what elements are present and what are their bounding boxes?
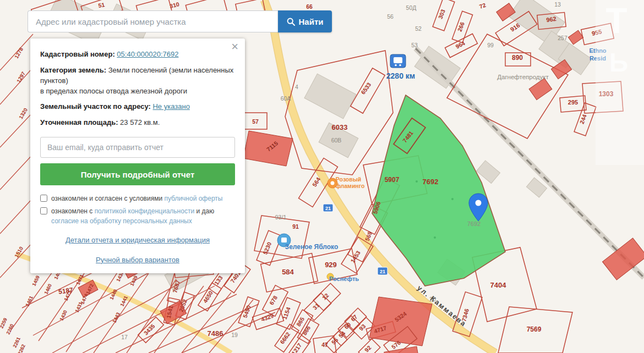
land-category-row: Категория земель: Земли поселений (земли… xyxy=(40,65,235,97)
privacy-checkbox[interactable] xyxy=(40,207,47,214)
map-label-60А: 60А xyxy=(281,95,291,102)
watermark: Т Ь xyxy=(596,0,644,165)
search-icon xyxy=(287,18,295,26)
svg-text:21: 21 xyxy=(325,206,331,211)
map-label-91: 91 xyxy=(292,223,299,230)
railway-icon xyxy=(390,54,406,68)
cadastral-map-app: 513106650Д565253137230326696491699962955… xyxy=(0,0,644,353)
area-row: Уточненная площадь: 23 572 кв.м. xyxy=(40,118,235,128)
land-category-extra: в пределах полосы отвода железной дороги xyxy=(40,87,187,95)
map-label-7486: 7486 xyxy=(208,329,223,338)
cadastral-number-link[interactable]: 05:40:000020:7692 xyxy=(117,50,178,58)
map-label-257: 257 xyxy=(558,35,567,41)
map-label-4: 4 xyxy=(295,84,298,90)
svg-text:21: 21 xyxy=(380,269,385,274)
route-shield-icon: 21 xyxy=(323,204,333,212)
map-label-Розовый: Розовый xyxy=(336,176,361,183)
manual-select-link[interactable]: Ручной выбор вариантов xyxy=(96,256,179,264)
get-report-button[interactable]: Получить подробный отчет xyxy=(40,163,235,185)
map-label-13: 13 xyxy=(554,1,561,8)
address-label: Земельный участок по адресу: xyxy=(40,102,151,111)
map-label-5907: 5907 xyxy=(385,176,400,184)
map-label-53: 53 xyxy=(411,42,418,48)
map-label-57: 57 xyxy=(252,118,259,125)
map-label-51: 51 xyxy=(98,1,106,9)
address-link[interactable]: Не указано xyxy=(152,102,189,111)
report-details-link[interactable]: Детали отчета и юридическая информация xyxy=(66,236,210,244)
map-label-962: 962 xyxy=(546,15,557,23)
map-label-890: 890 xyxy=(512,54,523,62)
search-input[interactable] xyxy=(28,10,278,32)
map-label-295: 295 xyxy=(568,99,578,106)
email-input[interactable] xyxy=(40,137,235,158)
search-button[interactable]: Найти xyxy=(278,10,332,32)
map-label-7692: 7692 xyxy=(423,178,439,186)
parcel-info-panel: × Кадастровый номер: 05:40:000020:7692 К… xyxy=(30,38,245,273)
svg-text:Ь: Ь xyxy=(609,48,629,77)
close-icon[interactable]: × xyxy=(231,41,238,53)
map-label-Зеленое Яблоко: Зеленое Яблоко xyxy=(285,243,339,251)
map-label-93/1: 93/1 xyxy=(275,214,287,220)
land-category-label: Категория земель: xyxy=(40,66,106,74)
map-label-50Д: 50Д xyxy=(406,4,417,11)
map-label-66: 66 xyxy=(306,3,313,10)
map-label-929: 929 xyxy=(325,261,337,269)
map-label-19: 19 xyxy=(231,332,238,338)
report-details-row: Детали отчета и юридическая информация xyxy=(40,235,235,246)
route-shield-icon: 21 xyxy=(378,267,388,275)
checkbox-inline-link[interactable]: согласие на обработку персональных данны… xyxy=(51,217,192,225)
checkbox-inline-link[interactable]: политикой конфиденциальности xyxy=(95,207,194,215)
map-label-584: 584 xyxy=(282,268,294,276)
map-label-7404: 7404 xyxy=(490,281,507,289)
map-label-2280 км: 2280 км xyxy=(386,71,415,80)
offer-checkbox-row: ознакомлен и согласен с условиями публич… xyxy=(40,194,235,203)
offer-checkbox[interactable] xyxy=(40,195,47,202)
checkbox-inline-link[interactable]: публичной оферты xyxy=(164,195,222,202)
cadastral-number-row: Кадастровый номер: 05:40:000020:7692 xyxy=(40,49,235,60)
svg-text:Т: Т xyxy=(605,1,627,41)
manual-select-row: Ручной выбор вариантов xyxy=(40,255,235,266)
map-label-6033: 6033 xyxy=(332,123,348,131)
map-label-17: 17 xyxy=(121,334,128,340)
map-label-фламинго: фламинго xyxy=(336,183,365,189)
map-label-99: 99 xyxy=(487,42,494,48)
map-label-Дагнефтепродукт: Дагнефтепродукт xyxy=(497,74,549,80)
area-value: 23 572 кв.м. xyxy=(120,118,160,126)
checkbox-text: ознакомлен с xyxy=(51,207,95,215)
search-bar: Найти xyxy=(28,10,332,32)
cadastral-number-label: Кадастровый номер: xyxy=(40,50,115,58)
map-label-7569: 7569 xyxy=(527,326,542,333)
privacy-checkbox-label: ознакомлен с политикой конфиденциальност… xyxy=(51,206,235,226)
area-label: Уточненная площадь: xyxy=(40,118,118,126)
map-label-60В: 60В xyxy=(331,137,342,144)
search-button-label: Найти xyxy=(299,17,324,26)
map-label-56: 56 xyxy=(387,13,394,20)
map-label-52: 52 xyxy=(415,25,422,32)
map-label-7692: 7692 xyxy=(467,220,481,227)
checkbox-text: и даю xyxy=(194,207,214,215)
map-label-47: 47 xyxy=(321,341,328,348)
privacy-checkbox-row: ознакомлен с политикой конфиденциальност… xyxy=(40,206,235,226)
checkbox-text: ознакомлен и согласен с условиями xyxy=(51,195,164,202)
offer-checkbox-label: ознакомлен и согласен с условиями публич… xyxy=(51,194,222,203)
map-label-Роснефть: Роснефть xyxy=(329,275,359,282)
address-row: Земельный участок по адресу: Не указано xyxy=(40,102,235,112)
